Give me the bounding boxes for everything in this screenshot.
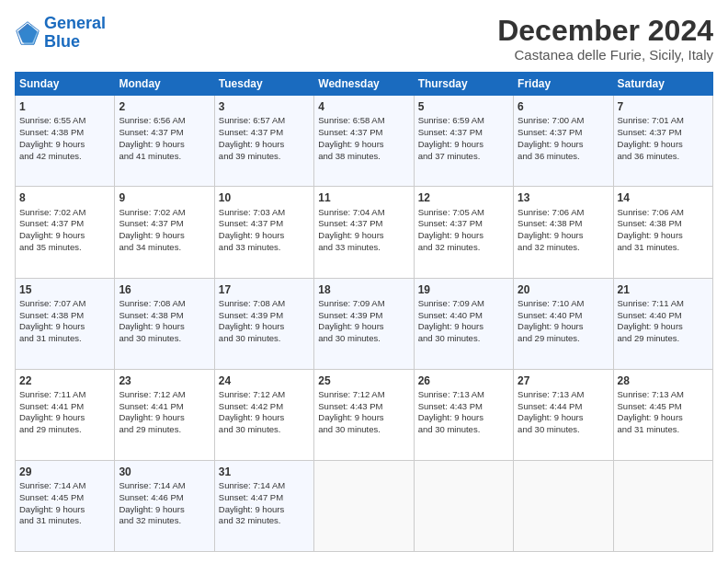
day-info-line: Daylight: 9 hours (318, 412, 409, 424)
day-number: 18 (318, 282, 409, 297)
calendar-cell: 28Sunrise: 7:13 AMSunset: 4:45 PMDayligh… (613, 369, 712, 460)
day-number: 6 (518, 99, 609, 114)
day-info-line: Sunrise: 6:59 AM (418, 115, 509, 127)
calendar-cell (613, 460, 712, 551)
subtitle: Castanea delle Furie, Sicily, Italy (497, 47, 713, 63)
day-number: 8 (19, 190, 110, 205)
day-info-line: and 42 minutes. (19, 151, 110, 163)
calendar-cell: 8Sunrise: 7:02 AMSunset: 4:37 PMDaylight… (16, 187, 115, 278)
day-info-line: Sunset: 4:37 PM (19, 218, 110, 230)
day-info-line: Sunrise: 7:00 AM (518, 115, 609, 127)
day-info-line: Sunset: 4:47 PM (219, 492, 310, 504)
calendar-cell: 29Sunrise: 7:14 AMSunset: 4:45 PMDayligh… (16, 460, 115, 551)
day-info-line: Sunset: 4:37 PM (219, 218, 310, 230)
day-info-line: and 30 minutes. (418, 333, 509, 345)
day-info-line: and 31 minutes. (618, 424, 709, 436)
day-info-line: Daylight: 9 hours (119, 321, 210, 333)
day-info-line: Daylight: 9 hours (119, 412, 210, 424)
day-info-line: Daylight: 9 hours (219, 230, 310, 242)
day-number: 2 (119, 99, 210, 114)
day-info-line: Daylight: 9 hours (19, 139, 110, 151)
day-info-line: Daylight: 9 hours (219, 504, 310, 516)
day-info-line: Sunrise: 7:13 AM (618, 389, 709, 401)
day-info-line: and 37 minutes. (418, 151, 509, 163)
day-info-line: and 30 minutes. (318, 333, 409, 345)
day-info-line: Sunset: 4:40 PM (418, 310, 509, 322)
day-info-line: and 32 minutes. (418, 242, 509, 254)
day-info-line: Daylight: 9 hours (318, 321, 409, 333)
header-row: SundayMondayTuesdayWednesdayThursdayFrid… (16, 73, 713, 96)
day-info-line: Sunset: 4:41 PM (119, 401, 210, 413)
day-info-line: Sunrise: 6:57 AM (219, 115, 310, 127)
day-info-line: Sunrise: 7:09 AM (418, 298, 509, 310)
day-info-line: Sunrise: 7:05 AM (418, 207, 509, 219)
day-info-line: and 35 minutes. (19, 242, 110, 254)
day-info-line: Daylight: 9 hours (618, 412, 709, 424)
title-block: December 2024 Castanea delle Furie, Sici… (497, 15, 713, 63)
day-info-line: Sunrise: 7:02 AM (119, 207, 210, 219)
logo-icon (15, 20, 40, 46)
day-info-line: Daylight: 9 hours (318, 139, 409, 151)
day-info-line: Sunrise: 7:11 AM (618, 298, 709, 310)
day-info-line: Sunset: 4:39 PM (318, 310, 409, 322)
day-info-line: Sunset: 4:37 PM (318, 218, 409, 230)
day-info-line: and 36 minutes. (618, 151, 709, 163)
day-number: 14 (618, 190, 709, 205)
logo-line1: General (44, 14, 106, 32)
day-number: 3 (219, 99, 310, 114)
day-info-line: Sunrise: 7:02 AM (19, 207, 110, 219)
calendar-cell: 15Sunrise: 7:07 AMSunset: 4:38 PMDayligh… (16, 278, 115, 369)
day-info-line: and 32 minutes. (119, 515, 210, 527)
day-info-line: Sunset: 4:45 PM (618, 401, 709, 413)
day-info-line: and 33 minutes. (318, 242, 409, 254)
day-number: 23 (119, 373, 210, 388)
day-number: 21 (618, 282, 709, 297)
calendar-cell: 12Sunrise: 7:05 AMSunset: 4:37 PMDayligh… (414, 187, 513, 278)
day-info-line: Sunset: 4:38 PM (119, 310, 210, 322)
calendar-cell (514, 460, 613, 551)
calendar-cell: 6Sunrise: 7:00 AMSunset: 4:37 PMDaylight… (514, 96, 613, 187)
day-info-line: and 41 minutes. (119, 151, 210, 163)
calendar-cell: 26Sunrise: 7:13 AMSunset: 4:43 PMDayligh… (414, 369, 513, 460)
day-info-line: Sunrise: 7:12 AM (119, 389, 210, 401)
calendar-cell: 21Sunrise: 7:11 AMSunset: 4:40 PMDayligh… (613, 278, 712, 369)
day-info-line: Sunset: 4:38 PM (518, 218, 609, 230)
day-info-line: and 36 minutes. (518, 151, 609, 163)
day-info-line: Daylight: 9 hours (418, 139, 509, 151)
day-info-line: Daylight: 9 hours (119, 139, 210, 151)
calendar-cell: 31Sunrise: 7:14 AMSunset: 4:47 PMDayligh… (214, 460, 313, 551)
day-number: 7 (618, 99, 709, 114)
calendar-cell: 19Sunrise: 7:09 AMSunset: 4:40 PMDayligh… (414, 278, 513, 369)
day-info-line: Sunrise: 6:55 AM (19, 115, 110, 127)
day-number: 31 (219, 465, 310, 479)
day-info-line: Sunset: 4:37 PM (219, 127, 310, 139)
day-info-line: Sunrise: 7:01 AM (618, 115, 709, 127)
day-number: 20 (518, 282, 609, 297)
day-info-line: Sunrise: 7:06 AM (618, 207, 709, 219)
calendar-cell: 16Sunrise: 7:08 AMSunset: 4:38 PMDayligh… (115, 278, 214, 369)
day-info-line: Daylight: 9 hours (219, 139, 310, 151)
day-info-line: Daylight: 9 hours (618, 321, 709, 333)
day-number: 26 (418, 373, 509, 388)
day-info-line: Sunset: 4:37 PM (418, 127, 509, 139)
calendar-cell: 7Sunrise: 7:01 AMSunset: 4:37 PMDaylight… (613, 96, 712, 187)
day-number: 9 (119, 190, 210, 205)
calendar-cell: 24Sunrise: 7:12 AMSunset: 4:42 PMDayligh… (214, 369, 313, 460)
calendar-cell: 22Sunrise: 7:11 AMSunset: 4:41 PMDayligh… (16, 369, 115, 460)
calendar-week-5: 29Sunrise: 7:14 AMSunset: 4:45 PMDayligh… (16, 460, 713, 551)
day-number: 16 (119, 282, 210, 297)
day-info-line: and 32 minutes. (518, 242, 609, 254)
calendar-cell: 13Sunrise: 7:06 AMSunset: 4:38 PMDayligh… (514, 187, 613, 278)
calendar-week-4: 22Sunrise: 7:11 AMSunset: 4:41 PMDayligh… (16, 369, 713, 460)
day-info-line: and 30 minutes. (219, 424, 310, 436)
day-info-line: and 30 minutes. (418, 424, 509, 436)
day-info-line: and 34 minutes. (119, 242, 210, 254)
day-info-line: Sunset: 4:45 PM (19, 492, 110, 504)
day-info-line: Sunrise: 7:14 AM (219, 480, 310, 492)
calendar-cell: 14Sunrise: 7:06 AMSunset: 4:38 PMDayligh… (613, 187, 712, 278)
calendar-body: 1Sunrise: 6:55 AMSunset: 4:38 PMDaylight… (16, 96, 713, 552)
day-number: 27 (518, 373, 609, 388)
day-info-line: and 32 minutes. (219, 515, 310, 527)
day-number: 19 (418, 282, 509, 297)
day-info-line: and 29 minutes. (119, 424, 210, 436)
